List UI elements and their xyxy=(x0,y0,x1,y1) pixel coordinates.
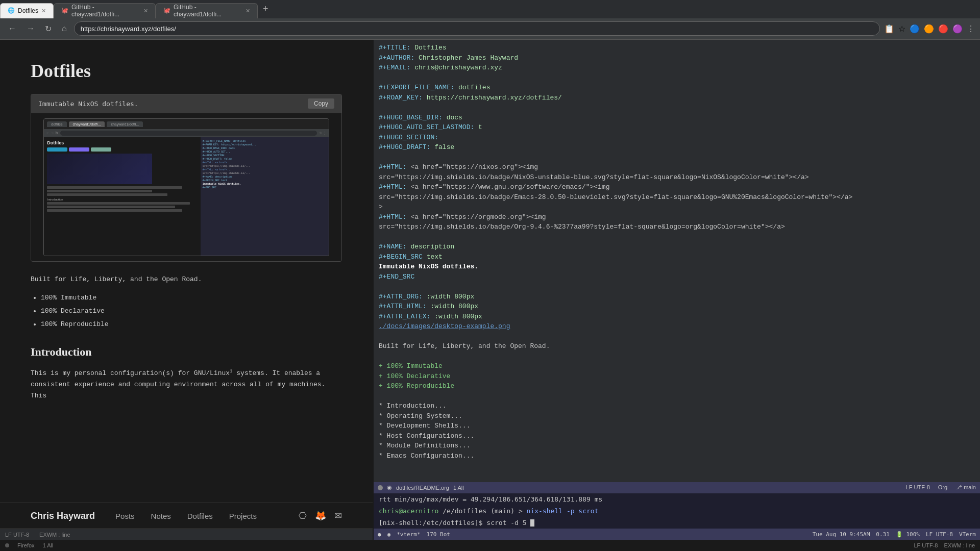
term-line-gt: > xyxy=(379,202,975,212)
emacs-status-bar: ● ◉ *vterm* 170 Bot Tue Aug 10 9:45AM 0.… xyxy=(374,529,980,540)
term-value-attrorg: :width 800px xyxy=(423,293,474,300)
terminal-nix-line: [nix-shell:/etc/dotfiles]$ scrot -d 5 xyxy=(374,517,980,529)
new-tab-button[interactable]: + xyxy=(258,4,274,14)
term-key-html1: #+HTML: xyxy=(379,163,407,171)
ext-icon-4[interactable]: 🟣 xyxy=(952,24,963,34)
nav-link-posts[interactable]: Posts xyxy=(115,512,135,520)
term-link-img[interactable]: ./docs/images/desktop-example.png xyxy=(379,322,510,330)
star-icon[interactable]: ☆ xyxy=(898,24,905,34)
ext-icon-3[interactable]: 🔴 xyxy=(938,24,948,34)
tab-github1[interactable]: 🐙 GitHub - chayward1/dotfi... ✕ xyxy=(54,3,156,18)
code-box-text: Immutable NixOS dotfiles. xyxy=(38,100,138,108)
term-line-attrlatex: #+ATTR_LATEX: :width 800px xyxy=(379,312,975,322)
term-line-begin: #+BEGIN_SRC text xyxy=(379,252,975,262)
term-key-hugod: #+HUGO_DRAFT: xyxy=(379,143,430,151)
gitlab-icon[interactable]: 🦊 xyxy=(315,510,326,521)
cursor xyxy=(530,519,534,527)
refresh-button[interactable]: ↻ xyxy=(42,22,55,36)
term-value-hugoa: t xyxy=(474,123,482,131)
term-blank-8 xyxy=(379,391,975,402)
term-line-html1: #+HTML: <a href="https://nixos.org"><img xyxy=(379,162,975,172)
home-button[interactable]: ⌂ xyxy=(59,22,70,35)
github-icon[interactable]: ⎔ xyxy=(299,510,307,521)
term-value-export: dotfiles xyxy=(454,84,490,91)
term-line-author: #+AUTHOR: Christopher James Hayward xyxy=(379,53,975,63)
term-line-hostconfig: * Host Configurations... xyxy=(379,431,975,441)
mini-browser: dotfiles chayward1/dotfi... chayward1/do… xyxy=(43,118,329,256)
browser-mode: EXWM : line xyxy=(39,532,70,538)
tab-favicon-github2: 🐙 xyxy=(163,7,170,14)
term-gt: > xyxy=(379,203,383,211)
term-blank-3 xyxy=(379,153,975,163)
intro-paragraph: This is my personal configuration(s) for… xyxy=(31,368,342,402)
tab-github2[interactable]: 🐙 GitHub - chayward1/dotfi... ✕ xyxy=(156,3,258,18)
terminal-content: #+TITLE: Dotfiles #+AUTHOR: Christopher … xyxy=(374,40,980,482)
emacs-battery: 🔋 100% xyxy=(896,531,920,538)
term-src3: src="https://img.shields.io/badge/Org-9.… xyxy=(379,223,785,231)
terminal-status-bar: ◉ dotfiles/README.org 1 All LF UTF-8 Org… xyxy=(374,482,980,493)
term-line-hugod: #+HUGO_DRAFT: false xyxy=(379,142,975,153)
tab-close-dotfiles[interactable]: ✕ xyxy=(41,8,46,14)
prompt-arrow: > xyxy=(519,507,527,515)
term-blank-1 xyxy=(379,73,975,83)
term-value-author: Christopher James Hayward xyxy=(414,54,518,62)
terminal-prompt-line: chris@acernitro /e/dotfiles (main) > nix… xyxy=(374,505,980,517)
term-line-immutable: + 100% Immutable xyxy=(379,361,975,371)
term-star-devshells: * Development Shells... xyxy=(379,422,470,430)
term-value-roam: https://chrishayward.xyz/dotfiles/ xyxy=(423,94,562,102)
email-icon[interactable]: ✉ xyxy=(334,510,342,521)
ext-icon-1[interactable]: 🔵 xyxy=(910,24,920,34)
term-star-os: * Operating System... xyxy=(379,412,462,420)
term-plus-1: + 100% Immutable xyxy=(379,362,443,370)
term-line-email: #+EMAIL: chris@chrishayward.xyz xyxy=(379,63,975,73)
forward-button[interactable]: → xyxy=(23,22,38,35)
term-status-left: ◉ dotfiles/README.org 1 All xyxy=(378,484,464,491)
menu-icon[interactable]: ⋮ xyxy=(967,24,975,34)
term-status-mode: Org xyxy=(938,484,947,491)
nav-link-notes[interactable]: Notes xyxy=(151,512,171,520)
term-key-title: #+TITLE: xyxy=(379,44,410,52)
tab-bar: 🌐 Dotfiles ✕ 🐙 GitHub - chayward1/dotfi.… xyxy=(0,0,980,18)
copy-button[interactable]: Copy xyxy=(308,98,334,109)
term-blank-4 xyxy=(379,232,975,242)
mini-text-1 xyxy=(47,186,182,189)
copy-icon[interactable]: 📋 xyxy=(884,24,894,34)
tab-close-github2[interactable]: ✕ xyxy=(246,8,250,14)
nav-bar: ← → ↻ ⌂ 📋 ☆ 🔵 🟠 🔴 🟣 ⋮ xyxy=(0,18,980,39)
term-key-begin: #+BEGIN_SRC xyxy=(379,253,423,261)
prompt-branch: (main) xyxy=(491,507,514,515)
term-line-end: #+END_SRC xyxy=(379,272,975,282)
tab-dotfiles[interactable]: 🌐 Dotfiles ✕ xyxy=(0,3,54,18)
list-item-1: 100% Immutable xyxy=(41,292,342,304)
intro-title: Introduction xyxy=(31,342,342,361)
mini-tab-2: chayward1/dotfi... xyxy=(69,121,105,127)
term-key-email: #+EMAIL: xyxy=(379,64,410,71)
ext-icon-2[interactable]: 🟠 xyxy=(924,24,934,34)
term-line-bold: Immutable NixOS dotfiles. xyxy=(379,262,975,272)
back-button[interactable]: ← xyxy=(5,22,19,35)
tab-close-github1[interactable]: ✕ xyxy=(143,8,148,14)
nav-link-projects[interactable]: Projects xyxy=(229,512,257,520)
term-line-html3: #+HTML: <a href="https://orgmode.org"><i… xyxy=(379,212,975,222)
term-line-hugob: #+HUGO_BASE_DIR: docs xyxy=(379,113,975,123)
prompt-user-host: chris@acernitro xyxy=(379,507,438,515)
term-value-attrhtml: :width 800px xyxy=(427,303,478,310)
mini-text-4 xyxy=(47,202,190,205)
list-item-2: 100% Declarative xyxy=(41,306,342,317)
emacs-dot: ● xyxy=(378,531,381,538)
nav-link-dotfiles[interactable]: Dotfiles xyxy=(187,512,213,520)
sys-indicator xyxy=(5,543,9,547)
term-line-declarative: + 100% Declarative xyxy=(379,371,975,382)
term-value-title: Dotfiles xyxy=(410,44,446,52)
address-bar[interactable] xyxy=(74,21,880,36)
intro-text: This is my personal configuration(s) for… xyxy=(31,369,230,377)
term-bold-text: Immutable NixOS dotfiles. xyxy=(379,263,478,270)
emacs-lines: 170 Bot xyxy=(427,531,450,538)
term-line-emacsconfig: * Emacs Configuration... xyxy=(379,451,975,461)
bottom-nav: Chris Hayward Posts Notes Dotfiles Proje… xyxy=(0,503,373,529)
term-dot2-char: ◉ xyxy=(387,484,392,491)
mini-image-area xyxy=(47,154,152,184)
mini-right-panel: #+EXPORT_FILE_NAME: dotfiles #+ROAM_KEY:… xyxy=(201,137,329,256)
mini-intro: Introduction xyxy=(47,198,198,201)
term-line-tagline: Built for Life, Liberty, and the Open Ro… xyxy=(379,341,975,352)
